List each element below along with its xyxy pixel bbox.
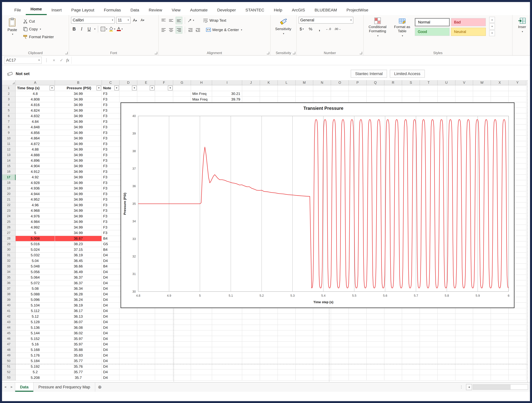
row-header-31[interactable]: 31 [2, 252, 16, 258]
row-header-6[interactable]: 6 [2, 113, 16, 119]
cell-D2[interactable] [120, 91, 137, 97]
cell-X50[interactable] [491, 358, 509, 364]
cell-B22[interactable]: 34.99 [55, 202, 102, 208]
row-header-28[interactable]: 28 [2, 236, 16, 241]
cell-A4[interactable]: 4.816 [16, 102, 55, 108]
cell-C5[interactable]: F3 [102, 108, 120, 113]
cell-M41[interactable] [296, 308, 313, 314]
col-header-T[interactable]: T [420, 80, 438, 85]
cell-U1[interactable] [438, 85, 456, 91]
cell-N50[interactable] [313, 358, 331, 364]
cell-X45[interactable] [491, 331, 509, 336]
cell-F53[interactable] [155, 375, 173, 381]
cell-W50[interactable] [473, 358, 491, 364]
conditional-formatting-button[interactable]: Conditional Formatting ▾ [366, 17, 389, 50]
cell-B51[interactable]: 35.76 [55, 364, 102, 369]
cell-A34[interactable]: 5.056 [16, 269, 55, 275]
cell-W45[interactable] [473, 331, 491, 336]
cell-A27[interactable]: 5 [16, 230, 55, 236]
row-header-22[interactable]: 22 [2, 202, 16, 208]
format-as-table-button[interactable]: Format as Table ▾ [392, 17, 413, 50]
cell-B16[interactable]: 34.99 [55, 169, 102, 175]
cell-Y50[interactable] [509, 358, 526, 364]
col-header-C[interactable]: C [102, 80, 120, 85]
cell-Y2[interactable] [509, 91, 526, 97]
cell-A41[interactable]: 5.112 [16, 308, 55, 314]
col-header-N[interactable]: N [313, 80, 331, 85]
cell-B29[interactable]: 38.23 [55, 241, 102, 247]
cell-C14[interactable]: F3 [102, 158, 120, 164]
cell-M47[interactable] [296, 342, 313, 347]
cell-Y41[interactable] [509, 308, 526, 314]
cell-C31[interactable]: D4 [102, 252, 120, 258]
cell-W42[interactable] [473, 314, 491, 319]
cell-Q49[interactable] [367, 353, 384, 358]
cell-C28[interactable]: B4 [102, 236, 120, 241]
cell-L45[interactable] [278, 331, 296, 336]
cell-A16[interactable]: 4.912 [16, 169, 55, 175]
cell-Q47[interactable] [367, 342, 384, 347]
cell-N52[interactable] [313, 369, 331, 375]
cell-N1[interactable] [313, 85, 331, 91]
row-header-16[interactable]: 16 [2, 169, 16, 175]
cell-E51[interactable] [137, 364, 155, 369]
format-painter-button[interactable]: Format Painter [23, 34, 54, 40]
cell-B14[interactable]: 34.99 [55, 158, 102, 164]
cell-S50[interactable] [402, 358, 420, 364]
col-header-D[interactable]: D [120, 80, 137, 85]
cell-K47[interactable] [260, 342, 278, 347]
cell-V51[interactable] [456, 364, 473, 369]
cell-P1[interactable] [349, 85, 367, 91]
cell-V2[interactable] [456, 91, 473, 97]
cell-A24[interactable]: 4.976 [16, 214, 55, 219]
cell-M43[interactable] [296, 319, 313, 325]
cell-W3[interactable] [473, 97, 491, 102]
cell-T52[interactable] [420, 369, 438, 375]
ribbon-tab-home[interactable]: Home [26, 5, 47, 15]
clipboard-dialog-launcher[interactable] [65, 52, 68, 54]
cell-L1[interactable] [278, 85, 296, 91]
cell-B43[interactable]: 36.07 [55, 319, 102, 325]
cell-B10[interactable]: 34.99 [55, 136, 102, 141]
cell-B7[interactable]: 34.99 [55, 119, 102, 124]
cell-C12[interactable]: F3 [102, 147, 120, 152]
cell-A49[interactable]: 5.176 [16, 353, 55, 358]
cell-E45[interactable] [137, 331, 155, 336]
cell-W48[interactable] [473, 347, 491, 353]
cell-D43[interactable] [120, 319, 137, 325]
cell-P49[interactable] [349, 353, 367, 358]
cell-C21[interactable]: F3 [102, 197, 120, 202]
cell-L42[interactable] [278, 314, 296, 319]
cell-T43[interactable] [420, 319, 438, 325]
col-header-Q[interactable]: Q [367, 80, 384, 85]
cell-L49[interactable] [278, 353, 296, 358]
cell-N48[interactable] [313, 347, 331, 353]
cell-U42[interactable] [438, 314, 456, 319]
cell-N2[interactable] [313, 91, 331, 97]
fill-color-button[interactable]: ▾ [109, 25, 115, 32]
scrollbar-thumb[interactable] [473, 385, 511, 389]
cell-H44[interactable] [191, 325, 212, 330]
cell-O41[interactable] [331, 308, 349, 314]
cell-S41[interactable] [402, 308, 420, 314]
alignment-dialog-launcher[interactable] [267, 52, 269, 54]
cell-U49[interactable] [438, 353, 456, 358]
cell-P45[interactable] [349, 331, 367, 336]
cell-S53[interactable] [402, 375, 420, 381]
cell-G42[interactable] [173, 314, 191, 319]
cell-A7[interactable]: 4.84 [16, 119, 55, 124]
cell-X42[interactable] [491, 314, 509, 319]
cell-T2[interactable] [420, 91, 438, 97]
cell-B8[interactable]: 34.99 [55, 125, 102, 130]
cell-P50[interactable] [349, 358, 367, 364]
cell-A12[interactable]: 4.88 [16, 147, 55, 152]
cell-C23[interactable]: F3 [102, 208, 120, 214]
cell-T51[interactable] [420, 364, 438, 369]
cell-A2[interactable]: 4.8 [16, 91, 55, 97]
cell-B18[interactable]: 34.99 [55, 180, 102, 186]
cell-P43[interactable] [349, 319, 367, 325]
cell-K43[interactable] [260, 319, 278, 325]
cell-A29[interactable]: 5.016 [16, 241, 55, 247]
cell-style-good[interactable]: Good [415, 28, 450, 36]
currency-button[interactable]: $▾ [299, 25, 305, 32]
